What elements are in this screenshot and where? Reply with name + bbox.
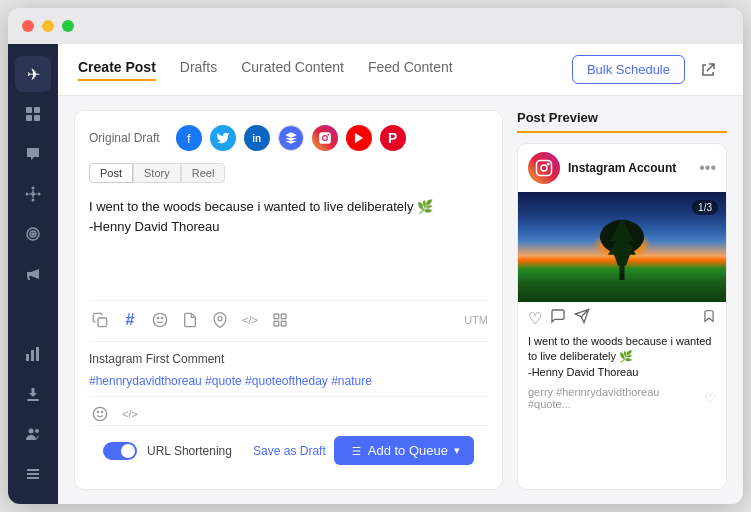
comment-icon[interactable] <box>550 308 566 328</box>
bookmark-icon[interactable] <box>702 308 716 328</box>
svg-rect-36 <box>274 321 279 326</box>
pinterest-icon[interactable]: P <box>380 125 406 151</box>
comment-toolbar: </> <box>89 396 488 425</box>
bottom-bar: URL Shortening Save as Draft Add to Queu… <box>89 425 488 475</box>
svg-point-32 <box>161 317 162 318</box>
svg-point-38 <box>93 407 106 420</box>
share-icon[interactable] <box>574 308 590 328</box>
hashtags-text[interactable]: #hennrydavidthoreau #quote #quoteoftheda… <box>89 372 488 390</box>
buffer-icon[interactable] <box>278 125 304 151</box>
preview-caption: I went to the woods because i wanted to … <box>518 334 726 386</box>
document-icon[interactable] <box>179 309 201 331</box>
sidebar: ✈ <box>8 44 58 504</box>
post-editor: Original Draft f in <box>74 110 503 490</box>
tab-story[interactable]: Story <box>133 163 181 183</box>
svg-marker-28 <box>355 133 363 144</box>
save-draft-button[interactable]: Save as Draft <box>253 444 326 458</box>
code-icon[interactable]: </> <box>239 309 261 331</box>
first-comment-section: Instagram First Comment #hennrydavidthor… <box>89 341 488 425</box>
emoji-icon[interactable] <box>149 309 171 331</box>
svg-rect-2 <box>26 115 32 121</box>
svg-point-31 <box>157 317 158 318</box>
svg-point-4 <box>31 192 35 196</box>
tab-post[interactable]: Post <box>89 163 133 183</box>
sidebar-item-megaphone[interactable] <box>15 256 51 292</box>
youtube-icon[interactable] <box>346 125 372 151</box>
sidebar-item-network[interactable] <box>15 176 51 212</box>
code-comment-icon[interactable]: </> <box>119 403 141 425</box>
svg-point-20 <box>29 429 34 434</box>
preview-actions: ♡ <box>518 302 726 334</box>
svg-rect-35 <box>281 314 286 319</box>
app-body: ✈ <box>8 44 743 504</box>
linkedin-icon[interactable]: in <box>244 125 270 151</box>
twitter-icon[interactable] <box>210 125 236 151</box>
utm-label[interactable]: UTM <box>464 314 488 326</box>
tab-feed-content[interactable]: Feed Content <box>368 59 453 81</box>
grid-toolbar-icon[interactable] <box>269 309 291 331</box>
app-window: ✈ <box>8 8 743 504</box>
preview-card: Instagram Account ••• <box>517 143 727 490</box>
comment-heart-icon[interactable]: ♡ <box>704 391 716 406</box>
svg-rect-23 <box>27 473 39 475</box>
copy-icon[interactable] <box>89 309 111 331</box>
nav-external-icon[interactable] <box>693 55 723 85</box>
svg-point-21 <box>35 429 39 433</box>
sidebar-item-grid[interactable] <box>15 96 51 132</box>
svg-rect-24 <box>27 477 39 479</box>
tab-drafts[interactable]: Drafts <box>180 59 217 81</box>
svg-rect-17 <box>31 350 34 361</box>
preview-comment: gerry #hennrydavidthoreau #quote... ♡ <box>518 386 726 418</box>
url-shortening-toggle[interactable] <box>103 442 137 460</box>
comment-preview-text: gerry #hennrydavidthoreau #quote... <box>528 386 704 410</box>
svg-rect-16 <box>26 354 29 361</box>
maximize-button[interactable] <box>62 20 74 32</box>
preview-image: 1/3 <box>518 192 726 302</box>
sidebar-item-chart[interactable] <box>15 336 51 372</box>
svg-point-15 <box>32 233 34 235</box>
svg-rect-22 <box>27 469 39 471</box>
titlebar <box>8 8 743 44</box>
minimize-button[interactable] <box>42 20 54 32</box>
tab-reel[interactable]: Reel <box>181 163 226 183</box>
svg-point-27 <box>327 134 329 136</box>
svg-point-48 <box>541 165 547 171</box>
svg-point-8 <box>26 193 29 196</box>
hashtag-icon[interactable]: # <box>119 309 141 331</box>
sidebar-item-users[interactable] <box>15 416 51 452</box>
heart-icon[interactable]: ♡ <box>528 309 542 328</box>
first-comment-label: Instagram First Comment <box>89 352 488 366</box>
facebook-icon[interactable]: f <box>176 125 202 151</box>
svg-rect-25 <box>319 132 331 144</box>
tab-create-post[interactable]: Create Post <box>78 59 156 81</box>
add-queue-label: Add to Queue <box>368 443 448 458</box>
svg-point-40 <box>101 411 102 412</box>
sidebar-item-chat[interactable] <box>15 136 51 172</box>
svg-point-49 <box>547 163 549 165</box>
svg-point-7 <box>32 199 35 202</box>
svg-rect-0 <box>26 107 32 113</box>
svg-rect-47 <box>537 161 552 176</box>
svg-point-5 <box>32 187 35 190</box>
svg-rect-29 <box>98 318 107 327</box>
add-queue-button[interactable]: Add to Queue ▾ <box>334 436 474 465</box>
tab-curated-content[interactable]: Curated Content <box>241 59 344 81</box>
sidebar-item-list[interactable] <box>15 456 51 492</box>
preview-title: Post Preview <box>517 110 727 133</box>
sidebar-item-download[interactable] <box>15 376 51 412</box>
sidebar-item-target[interactable] <box>15 216 51 252</box>
preview-card-header: Instagram Account ••• <box>518 144 726 192</box>
post-type-tabs: Post Story Reel <box>89 163 488 183</box>
instagram-avatar <box>528 152 560 184</box>
post-text-area[interactable]: I went to the woods because i wanted to … <box>89 193 488 263</box>
more-options-icon[interactable]: ••• <box>699 159 716 177</box>
image-counter: 1/3 <box>692 200 718 215</box>
svg-point-6 <box>38 193 41 196</box>
location-icon[interactable] <box>209 309 231 331</box>
svg-rect-3 <box>34 115 40 121</box>
instagram-icon[interactable] <box>312 125 338 151</box>
bulk-schedule-button[interactable]: Bulk Schedule <box>572 55 685 84</box>
emoji-comment-icon[interactable] <box>89 403 111 425</box>
sidebar-item-send[interactable]: ✈ <box>15 56 51 92</box>
close-button[interactable] <box>22 20 34 32</box>
